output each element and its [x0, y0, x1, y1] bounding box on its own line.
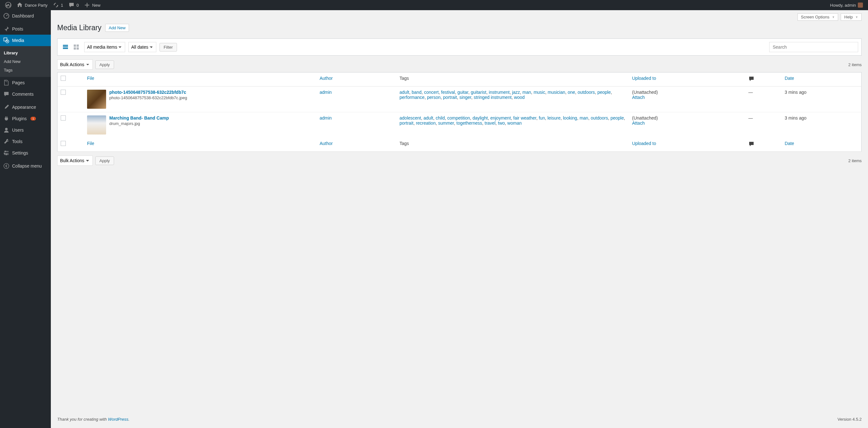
filter-button[interactable]: Filter [159, 43, 177, 52]
tag-link[interactable]: guitar [458, 90, 468, 95]
page-title: Media Library [57, 24, 101, 32]
tag-link[interactable]: portrait [443, 95, 457, 100]
col-file[interactable]: File [84, 73, 316, 86]
select-all-checkbox[interactable] [61, 76, 66, 81]
wp-logo[interactable] [3, 0, 14, 10]
tag-link[interactable]: leisure [548, 115, 560, 120]
bulk-actions-select-top[interactable]: Bulk Actions [57, 59, 93, 69]
col-author[interactable]: Author [316, 73, 397, 86]
tag-link[interactable]: man [580, 115, 588, 120]
sidebar-item-appearance[interactable]: Appearance [0, 102, 51, 113]
tag-link[interactable]: summer [438, 120, 454, 125]
tag-link[interactable]: child [436, 115, 445, 120]
help-btn[interactable]: Help [841, 13, 862, 21]
col-date[interactable]: Date [782, 73, 862, 86]
screen-options-btn[interactable]: Screen Options [798, 13, 838, 21]
tag-link[interactable]: travel [485, 120, 495, 125]
row-checkbox[interactable] [61, 90, 66, 95]
tag-link[interactable]: one [568, 90, 575, 95]
tag-link[interactable]: wood [514, 95, 525, 100]
tag-link[interactable]: fun [539, 115, 545, 120]
howdy-account[interactable]: Howdy, admin [828, 0, 865, 10]
tag-link[interactable]: singer [459, 95, 471, 100]
tag-link[interactable]: woman [507, 120, 522, 125]
sidebar-item-comments[interactable]: Comments [0, 88, 51, 100]
submenu-add-new[interactable]: Add New [0, 57, 51, 66]
col-author[interactable]: Author [316, 138, 397, 152]
tag-link[interactable]: fair weather [514, 115, 536, 120]
tag-link[interactable]: adult [400, 90, 409, 95]
sidebar-collapse[interactable]: Collapse menu [0, 160, 51, 172]
submenu-tags[interactable]: Tags [0, 66, 51, 75]
comments-bar[interactable]: 0 [66, 0, 81, 10]
row-checkbox[interactable] [61, 115, 66, 120]
tag-link[interactable]: two [498, 120, 505, 125]
search-input[interactable] [769, 42, 858, 52]
col-date[interactable]: Date [782, 138, 862, 152]
attach-link[interactable]: Attach [632, 120, 742, 125]
svg-rect-5 [63, 45, 68, 46]
tag-link[interactable]: concert [424, 90, 439, 95]
submenu-library[interactable]: Library [0, 49, 51, 57]
media-type-select[interactable]: All media items [84, 42, 125, 52]
sidebar-item-pages[interactable]: Pages [0, 77, 51, 88]
apply-button-bottom[interactable]: Apply [95, 156, 114, 165]
col-uploaded[interactable]: Uploaded to [629, 73, 745, 86]
sidebar-item-users[interactable]: Users [0, 124, 51, 136]
sidebar-item-dashboard[interactable]: Dashboard [0, 10, 51, 22]
thumbnail[interactable] [87, 90, 106, 109]
file-title-link[interactable]: photo-1450648757538-632c22bfdb7c [109, 90, 186, 95]
sidebar-item-media[interactable]: Media [0, 35, 51, 46]
tag-link[interactable]: people [597, 90, 611, 95]
tag-link[interactable]: enjoyment [490, 115, 511, 120]
sidebar-item-settings[interactable]: Settings [0, 147, 51, 159]
tag-link[interactable]: looking [563, 115, 577, 120]
date-select[interactable]: All dates [128, 42, 156, 52]
tag-link[interactable]: performance [400, 95, 425, 100]
tag-link[interactable]: jazz [512, 90, 520, 95]
updates[interactable]: 1 [50, 0, 66, 10]
site-name: Dance Party [25, 3, 48, 8]
col-comments[interactable] [745, 138, 781, 152]
tag-link[interactable]: outdoors [591, 115, 608, 120]
apply-button-top[interactable]: Apply [95, 60, 114, 69]
select-all-checkbox-bottom[interactable] [61, 141, 66, 146]
tag-link[interactable]: portrait [400, 120, 414, 125]
view-list-btn[interactable] [61, 42, 70, 52]
col-comments[interactable] [745, 73, 781, 86]
tag-link[interactable]: adult [424, 115, 433, 120]
site-home[interactable]: Dance Party [14, 0, 50, 10]
tag-link[interactable]: people [610, 115, 624, 120]
tag-link[interactable]: stringed instrument [474, 95, 512, 100]
col-file[interactable]: File [84, 138, 316, 152]
tag-link[interactable]: competition [447, 115, 470, 120]
thumbnail[interactable] [87, 115, 106, 135]
main-content: Screen Options Help Media Library Add Ne… [51, 10, 868, 428]
view-grid-btn[interactable] [71, 42, 81, 52]
tag-link[interactable]: outdoors [578, 90, 595, 95]
wordpress-link[interactable]: WordPress [108, 417, 128, 422]
col-uploaded[interactable]: Uploaded to [629, 138, 745, 152]
attach-link[interactable]: Attach [632, 95, 742, 100]
author-link[interactable]: admin [320, 90, 332, 95]
sidebar-item-tools[interactable]: Tools [0, 136, 51, 147]
tag-link[interactable]: music [533, 90, 545, 95]
add-new-button[interactable]: Add New [105, 24, 129, 32]
tag-link[interactable]: musician [548, 90, 565, 95]
tag-link[interactable]: daylight [472, 115, 488, 120]
sidebar-item-plugins[interactable]: Plugins 1 [0, 113, 51, 124]
new-content[interactable]: New [81, 0, 103, 10]
bulk-actions-select-bottom[interactable]: Bulk Actions [57, 155, 93, 166]
sidebar-item-posts[interactable]: Posts [0, 23, 51, 35]
tag-link[interactable]: band [412, 90, 422, 95]
file-title-link[interactable]: Marching Band- Band Camp [109, 115, 169, 120]
tag-link[interactable]: guitarist [471, 90, 487, 95]
tag-link[interactable]: person [427, 95, 441, 100]
author-link[interactable]: admin [320, 115, 332, 120]
tag-link[interactable]: recreation [416, 120, 436, 125]
tag-link[interactable]: man [522, 90, 531, 95]
tag-link[interactable]: festival [441, 90, 455, 95]
tag-link[interactable]: instrument [489, 90, 509, 95]
tag-link[interactable]: togetherness [457, 120, 482, 125]
tag-link[interactable]: adolescent [400, 115, 421, 120]
